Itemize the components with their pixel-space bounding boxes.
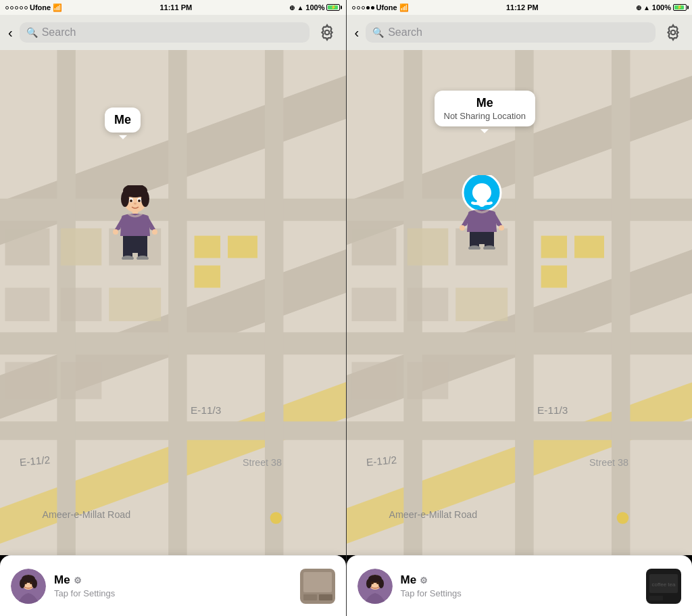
time-left: 11:11 PM xyxy=(159,3,192,11)
back-button-right[interactable]: ‹ xyxy=(355,25,360,41)
signal-dot-5 xyxy=(24,6,28,9)
bitmoji-svg-left xyxy=(108,185,162,260)
svg-text:Ameer-e-Millat Road: Ameer-e-Millat Road xyxy=(42,509,130,520)
search-icon-left: 🔍 xyxy=(26,27,38,38)
time-right: 11:12 PM xyxy=(506,3,539,11)
avatar-character-right xyxy=(455,175,509,250)
bottom-panel-right[interactable]: Me ⚙ Tap for Settings coffee tea xyxy=(347,555,693,616)
svg-rect-76 xyxy=(407,362,447,399)
svg-rect-15 xyxy=(195,266,220,288)
svg-rect-69 xyxy=(541,236,566,258)
search-placeholder-right: Search xyxy=(388,26,422,39)
svg-point-35 xyxy=(134,203,137,205)
svg-rect-20 xyxy=(5,362,49,399)
lightning-left: ⚡ xyxy=(330,5,337,10)
svg-rect-14 xyxy=(195,236,220,258)
svg-point-81 xyxy=(616,512,628,524)
search-input-area-left[interactable]: 🔍 Search xyxy=(20,22,310,43)
battery-icon-right: ⚡ xyxy=(673,4,687,11)
settings-button-right[interactable] xyxy=(662,22,684,43)
svg-point-95 xyxy=(371,582,374,584)
svg-text:Street 38: Street 38 xyxy=(589,457,628,468)
svg-text:E-11/3: E-11/3 xyxy=(191,404,221,416)
svg-text:Street 38: Street 38 xyxy=(243,457,282,468)
arrow-icon-left: ▲ xyxy=(297,4,303,11)
svg-point-34 xyxy=(138,199,141,202)
svg-point-0 xyxy=(324,30,329,35)
settings-button-left[interactable] xyxy=(316,22,338,43)
svg-text:coffee tea: coffee tea xyxy=(652,582,676,588)
bottom-panel-left[interactable]: Me ⚙ Tap for Settings xyxy=(0,555,346,616)
svg-rect-19 xyxy=(109,288,161,321)
svg-point-55 xyxy=(671,30,676,35)
svg-point-47 xyxy=(20,579,25,588)
search-icon-right: 🔍 xyxy=(372,27,384,38)
svg-point-83 xyxy=(460,225,465,231)
svg-rect-71 xyxy=(574,236,604,258)
status-bar-right: Ufone 📶 11:12 PM ⊕ ▲ 100% ⚡ xyxy=(347,0,693,15)
svg-rect-18 xyxy=(61,288,101,321)
svg-rect-16 xyxy=(228,236,257,258)
status-left-right: Ufone 📶 xyxy=(352,3,409,12)
bottom-avatar-svg-right xyxy=(357,569,393,604)
battery-right: ⚡ xyxy=(673,4,687,11)
bottom-name-left: Me ⚙ xyxy=(54,573,292,587)
settings-gear-left[interactable]: ⚙ xyxy=(74,575,82,586)
svg-text:Ameer-e-Millat Road: Ameer-e-Millat Road xyxy=(389,509,477,520)
status-left: Ufone 📶 xyxy=(5,3,62,12)
svg-rect-54 xyxy=(319,594,332,600)
svg-rect-75 xyxy=(351,362,396,399)
svg-point-94 xyxy=(378,579,384,588)
svg-rect-10 xyxy=(265,50,283,555)
signal-dot-2 xyxy=(10,6,14,9)
location-icon-left: ⊕ xyxy=(289,4,295,11)
svg-rect-72 xyxy=(351,288,396,321)
search-placeholder-left: Search xyxy=(42,26,76,39)
bottom-avatar-svg-left xyxy=(11,569,46,604)
svg-point-30 xyxy=(141,191,149,207)
svg-rect-67 xyxy=(407,229,447,266)
svg-point-33 xyxy=(130,199,132,202)
search-bar-right: ‹ 🔍 Search xyxy=(347,15,693,50)
battery-left: ⚡ xyxy=(326,4,340,11)
signal-dots-right xyxy=(352,6,374,9)
svg-point-37 xyxy=(113,229,118,235)
thumbnail-svg-right: coffee tea xyxy=(646,569,681,604)
svg-point-48 xyxy=(32,579,37,588)
status-bar-left: Ufone 📶 11:11 PM ⊕ ▲ 100% ⚡ xyxy=(0,0,346,15)
svg-rect-66 xyxy=(351,229,396,266)
search-input-area-right[interactable]: 🔍 Search xyxy=(366,22,656,43)
svg-rect-52 xyxy=(303,572,332,592)
signal-dot-1 xyxy=(5,6,9,9)
map-area-right[interactable]: E-11/2 E-11/3 Street 38 Ameer-e-Millat R… xyxy=(347,50,693,555)
signal-dot-r5 xyxy=(371,6,374,9)
svg-rect-21 xyxy=(61,362,101,399)
bubble-subtitle-right: Not Sharing Location xyxy=(444,111,526,121)
svg-point-93 xyxy=(366,579,372,588)
bubble-name-right: Me xyxy=(444,96,526,110)
svg-rect-12 xyxy=(61,229,101,266)
battery-text-right: 100% xyxy=(652,3,671,11)
bottom-avatar-left xyxy=(11,569,46,604)
svg-point-96 xyxy=(376,582,379,584)
svg-rect-53 xyxy=(303,594,317,600)
location-icon-right: ⊕ xyxy=(636,4,641,11)
svg-rect-17 xyxy=(5,288,49,321)
bottom-name-right: Me ⚙ xyxy=(401,573,639,587)
signal-dot-r4 xyxy=(366,6,370,9)
bubble-name-left: Me xyxy=(114,113,131,127)
map-area-left[interactable]: E-11/2 E-11/3 Street 38 Ameer-e-Millat R… xyxy=(0,50,346,555)
svg-point-29 xyxy=(121,191,129,207)
wifi-icon-left: 📶 xyxy=(53,3,62,12)
bottom-thumbnail-right: coffee tea xyxy=(646,569,681,604)
svg-rect-65 xyxy=(611,50,629,555)
bitmoji-svg-right xyxy=(455,175,509,250)
avatar-character-left xyxy=(108,185,162,260)
bottom-subtitle-right: Tap for Settings xyxy=(401,588,639,598)
svg-rect-74 xyxy=(455,288,508,321)
gear-icon-left xyxy=(318,24,336,41)
svg-point-50 xyxy=(30,582,32,584)
status-right-right: ⊕ ▲ 100% ⚡ xyxy=(636,3,687,11)
back-button-left[interactable]: ‹ xyxy=(8,25,13,41)
settings-gear-right[interactable]: ⚙ xyxy=(420,575,428,586)
